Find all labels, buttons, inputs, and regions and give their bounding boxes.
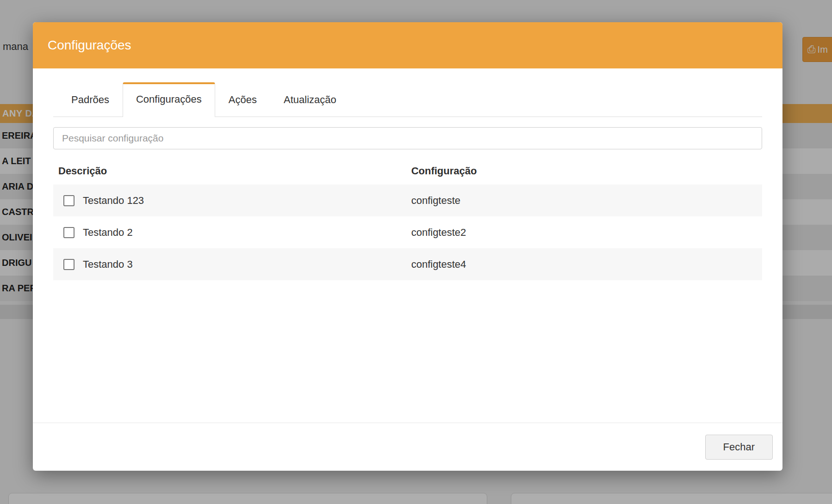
config-table-header: Descrição Configuração xyxy=(53,165,762,184)
modal-title: Configurações xyxy=(48,38,131,53)
config-row: Testando 3 configteste4 xyxy=(53,248,762,280)
modal-header: Configurações xyxy=(33,22,782,68)
config-description: Testando 3 xyxy=(83,258,133,270)
config-row: Testando 2 configteste2 xyxy=(53,216,762,248)
configuracoes-modal: Configurações Padrões Configurações Açõe… xyxy=(33,22,782,471)
row-checkbox[interactable] xyxy=(63,259,75,270)
config-value: configteste4 xyxy=(411,258,762,270)
row-checkbox[interactable] xyxy=(63,195,75,206)
config-row: Testando 123 configteste xyxy=(53,184,762,216)
config-value: configteste xyxy=(411,195,762,207)
row-checkbox[interactable] xyxy=(63,227,75,238)
config-table-body: Testando 123 configteste Testando 2 conf… xyxy=(53,184,762,280)
modal-footer: Fechar xyxy=(33,423,782,471)
config-description: Testando 123 xyxy=(83,195,144,207)
tab-padroes[interactable]: Padrões xyxy=(58,82,123,117)
screen: mana ⎙ Im ANY DA EREIRA A LEIT ARIA D CA… xyxy=(0,0,832,504)
tab-configuracoes[interactable]: Configurações xyxy=(123,82,215,117)
column-header-configuracao: Configuração xyxy=(411,165,762,177)
tab-bar: Padrões Configurações Ações Atualização xyxy=(53,82,762,117)
config-description: Testando 2 xyxy=(83,227,133,239)
config-value: configteste2 xyxy=(411,227,762,239)
tab-atualizacao[interactable]: Atualização xyxy=(270,82,350,117)
column-header-descricao: Descrição xyxy=(53,165,411,177)
close-button[interactable]: Fechar xyxy=(705,435,773,460)
tab-acoes[interactable]: Ações xyxy=(215,82,270,117)
modal-body: Padrões Configurações Ações Atualização … xyxy=(33,68,782,423)
search-input[interactable] xyxy=(53,127,762,149)
